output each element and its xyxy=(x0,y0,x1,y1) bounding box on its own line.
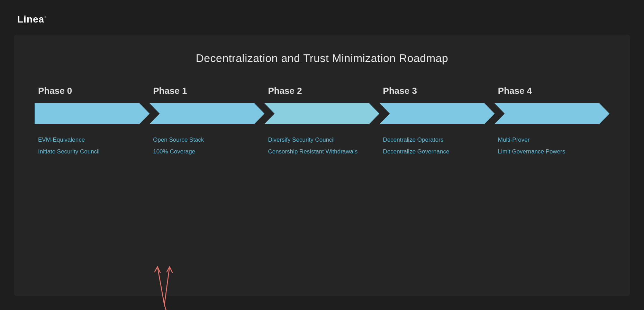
svg-marker-1 xyxy=(149,103,264,124)
phase-0-arrow xyxy=(35,103,149,124)
phase-3-col: Decentralize Operators Decentralize Gove… xyxy=(380,136,495,156)
phases-container: Phase 0 Phase 1 Phase 2 Phase 3 Phase 4 xyxy=(35,86,609,156)
svg-line-5 xyxy=(164,305,178,310)
phase-4-label: Phase 4 xyxy=(495,86,609,96)
phase-4-arrow xyxy=(495,103,609,124)
svg-marker-3 xyxy=(380,103,495,124)
phase-3-arrow xyxy=(380,103,495,124)
phase-1-item-0: Open Source Stack xyxy=(153,136,264,144)
phase-1-label: Phase 1 xyxy=(149,86,264,96)
phase-3-label: Phase 3 xyxy=(380,86,495,96)
phase-4-col: Multi-Prover Limit Governance Powers xyxy=(495,136,609,156)
annotation-arrow xyxy=(137,253,206,310)
svg-marker-0 xyxy=(35,103,149,124)
page-container: Linea° Decentralization and Trust Minimi… xyxy=(0,0,644,310)
page-title: Decentralization and Trust Minimization … xyxy=(35,52,609,65)
phase-0-item-0: EVM-Equivalence xyxy=(38,136,149,144)
phase-0-item-1: Initiate Security Council xyxy=(38,148,149,156)
svg-marker-2 xyxy=(264,103,379,124)
phase-2-col: Diversify Security Council Censorship Re… xyxy=(264,136,379,156)
svg-line-6 xyxy=(157,267,164,305)
logo: Linea° xyxy=(17,14,46,25)
svg-marker-4 xyxy=(495,103,609,124)
phase-2-item-0: Diversify Security Council xyxy=(268,136,379,144)
phase-0-label: Phase 0 xyxy=(35,86,149,96)
phase-1-arrow xyxy=(149,103,264,124)
phase-items-row: EVM-Equivalence Initiate Security Counci… xyxy=(35,136,609,156)
svg-line-7 xyxy=(164,267,170,305)
phase-3-item-0: Decentralize Operators xyxy=(383,136,495,144)
phase-4-item-0: Multi-Prover xyxy=(498,136,609,144)
arrows-row xyxy=(35,103,609,124)
phase-1-item-1: 100% Coverage xyxy=(153,148,264,156)
logo-text: Linea xyxy=(17,14,44,25)
logo-sup: ° xyxy=(44,16,46,20)
content-card: Decentralization and Trust Minimization … xyxy=(14,35,630,296)
phase-2-label: Phase 2 xyxy=(264,86,379,96)
phase-labels-row: Phase 0 Phase 1 Phase 2 Phase 3 Phase 4 xyxy=(35,86,609,96)
phase-0-col: EVM-Equivalence Initiate Security Counci… xyxy=(35,136,149,156)
phase-1-col: Open Source Stack 100% Coverage xyxy=(149,136,264,156)
phase-2-arrow xyxy=(264,103,379,124)
phase-4-item-1: Limit Governance Powers xyxy=(498,148,609,156)
phase-2-item-1: Censorship Resistant Withdrawals xyxy=(268,148,379,156)
phase-3-item-1: Decentralize Governance xyxy=(383,148,495,156)
